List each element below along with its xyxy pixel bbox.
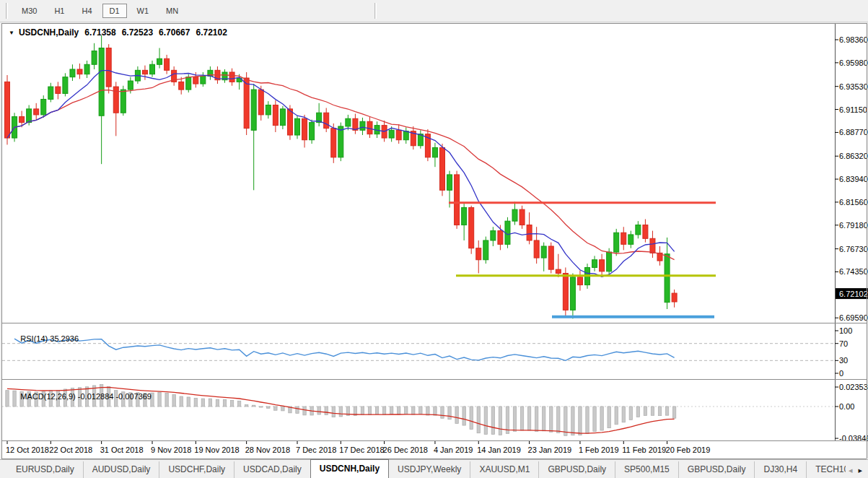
price-axis-label: 6.98360 [839,35,868,44]
tab-xauusd-m1[interactable]: XAUUSD,M1 [470,461,538,478]
price-axis-label: 6.74350 [839,267,868,276]
time-axis-label: 31 Oct 2018 [100,446,144,454]
time-axis-label: 1 Feb 2019 [579,446,619,454]
price-axis-label: 6.93530 [839,82,868,91]
current-price-tag-label: 6.72102 [839,290,868,298]
chart-symbol-label: USDCNH,Daily [19,27,79,38]
timeframe-toolbar: M30 H1 H4 D1 W1 MN [0,0,868,22]
time-axis-label: 12 Oct 2018 [6,446,49,454]
macd-signal-value: -0.007369 [115,392,152,401]
terminal-window: M30 H1 H4 D1 W1 MN 6.983606.959806.93530… [0,0,868,478]
rsi-axis-label: 30 [839,356,848,365]
tab-sp500-m15[interactable]: SP500,M15 [615,461,678,478]
time-axis-label: 9 Nov 2018 [151,446,191,454]
macd-name: MACD(12,26,9) [20,392,75,401]
tab-dj30-h4[interactable]: DJ30,H4 [754,461,806,478]
symbol-tab-bar: EURUSD,Daily AUDUSD,Daily USDCHF,Daily U… [0,459,868,478]
macd-axis-label: -0.038466 [839,434,868,443]
time-axis-label: 7 Dec 2018 [296,446,336,454]
price-axis-label: 6.69590 [839,313,868,322]
rsi-axis-label: 100 [839,326,852,335]
ohlc-open: 6.71358 [84,27,115,38]
tab-usdchf-daily[interactable]: USDCHF,Daily [159,461,234,478]
time-axis-label: 20 Feb 2019 [666,446,711,454]
timeframe-button-mn[interactable]: MN [159,4,185,18]
time-axis-label: 14 Jan 2019 [477,446,521,454]
rsi-value: 35.2936 [50,334,79,343]
tab-gbpusd-daily[interactable]: GBPUSD,Daily [538,461,615,478]
rsi-axis-label: 70 [839,339,848,348]
time-axis-label: 26 Dec 2018 [383,446,428,454]
price-axis-label: 6.91150 [839,105,867,114]
ohlc-high: 6.72523 [122,27,153,38]
price-axis-label: 6.83940 [839,175,868,183]
macd-indicator-label: MACD(12,26,9) -0.012884 -0.007369 [7,383,152,409]
toolbar-separator [374,3,377,19]
time-axis-label: 23 Jan 2019 [528,446,572,454]
time-axis-label: 17 Dec 2018 [339,446,384,454]
rsi-indicator-label: RSI(14) 35.2936 [7,326,79,352]
price-axis-label: 6.79180 [839,221,868,230]
timeframe-button-w1[interactable]: W1 [130,4,157,18]
tab-usdcnh-daily[interactable]: USDCNH,Daily [310,459,389,478]
time-axis-label: 19 Nov 2018 [194,446,239,454]
time-axis-label: 22 Oct 2018 [49,446,92,454]
tab-audusd-daily[interactable]: AUDUSD,Daily [83,461,159,478]
tab-scroll-left-icon[interactable]: ◂ [849,466,853,475]
time-axis-label: 4 Jan 2019 [434,446,473,454]
rsi-axis-label: 0 [839,369,843,378]
symbol-dropdown-icon[interactable]: ▼ [9,30,14,36]
rsi-name: RSI(14) [20,334,48,343]
tab-tech100-h4[interactable]: TECH100,H4 [806,461,846,478]
chart-area[interactable]: 6.983606.959806.935306.911506.887706.863… [0,22,868,459]
toolbar-grip[interactable] [6,3,8,19]
ohlc-low: 6.70667 [159,27,190,38]
timeframe-button-h4[interactable]: H4 [74,4,99,18]
tab-usdjpy-weekly[interactable]: USDJPY,Weekly [389,461,470,478]
tab-eurusd-daily[interactable]: EURUSD,Daily [7,461,83,478]
timeframe-button-h1[interactable]: H1 [47,4,71,18]
macd-axis-label: 0.00 [839,402,854,411]
tab-scroll-right-icon[interactable]: ▸ [858,466,862,475]
tab-usdcad-daily[interactable]: USDCAD,Daily [234,461,310,478]
macd-axis-label: 0.023534 [839,383,868,391]
price-axis-label: 6.88770 [839,128,868,136]
price-axis-label: 6.81560 [839,198,868,207]
timeframe-button-d1[interactable]: D1 [102,4,127,18]
price-axis-label: 6.95980 [839,58,868,67]
price-axis-label: 6.76730 [839,245,868,253]
tab-scroll-arrows: ◂ ▸ [846,466,868,478]
chart-title: ▼ USDCNH,Daily 6.71358 6.72523 6.70667 6… [9,27,227,38]
price-axis-label: 6.86320 [839,152,868,160]
time-axis-label: 28 Nov 2018 [245,446,290,454]
time-axis-label: 11 Feb 2019 [622,446,666,454]
macd-main-value: -0.012884 [78,392,114,401]
tab-gbpusd-daily-2[interactable]: GBPUSD,Daily [678,461,755,478]
ohlc-close: 6.72102 [196,27,227,38]
timeframe-button-m30[interactable]: M30 [14,4,44,18]
